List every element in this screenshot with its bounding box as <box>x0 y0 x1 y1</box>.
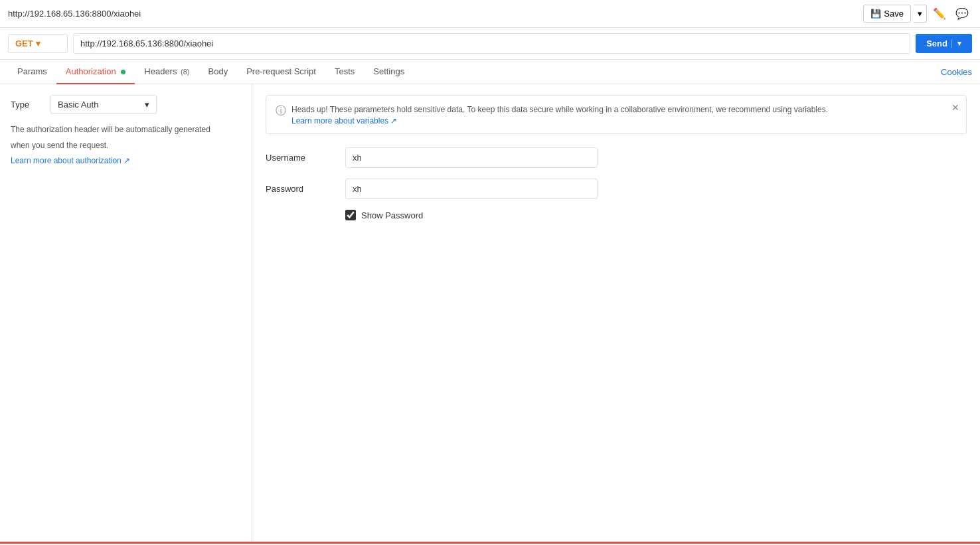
info-banner-text: Heads up! These parameters hold sensitiv… <box>291 105 828 114</box>
info-close-button[interactable]: ✕ <box>951 102 959 113</box>
username-label: Username <box>266 153 345 163</box>
url-bar: GET ▾ Send ▾ <box>0 28 980 60</box>
auth-description-line1: The authorization header will be automat… <box>11 123 241 135</box>
send-dropdown-icon: ▾ <box>951 39 961 48</box>
type-row: Type Basic Auth ▾ <box>11 95 241 114</box>
request-tabs: Params Authorization Headers (8) Body Pr… <box>0 60 980 84</box>
info-icon: ⓘ <box>276 104 286 118</box>
url-input[interactable] <box>73 33 910 54</box>
auth-type-select[interactable]: Basic Auth ▾ <box>50 95 157 114</box>
show-password-row: Show Password <box>345 210 967 220</box>
send-button[interactable]: Send ▾ <box>916 34 972 53</box>
top-bar-actions: 💾 Save ▾ ✏️ 💬 <box>863 4 972 23</box>
auth-description-line2: when you send the request. <box>11 139 241 151</box>
auth-active-dot <box>121 70 125 74</box>
auth-type-value: Basic Auth <box>58 100 98 110</box>
save-icon: 💾 <box>870 9 881 19</box>
username-input[interactable] <box>345 147 598 168</box>
tab-authorization[interactable]: Authorization <box>56 60 135 84</box>
tab-tests[interactable]: Tests <box>325 60 364 84</box>
top-bar: http://192.168.65.136:8800/xiaohei 💾 Sav… <box>0 0 980 28</box>
username-row: Username <box>266 147 967 168</box>
tab-settings[interactable]: Settings <box>364 60 414 84</box>
password-row: Password <box>266 179 967 199</box>
save-dropdown-button[interactable]: ▾ <box>914 5 927 23</box>
tab-headers[interactable]: Headers (8) <box>135 60 199 84</box>
password-input[interactable] <box>345 179 598 199</box>
auth-type-chevron: ▾ <box>145 100 149 110</box>
auth-left-panel: Type Basic Auth ▾ The authorization head… <box>0 84 252 542</box>
auth-right-panel: ⓘ Heads up! These parameters hold sensit… <box>252 84 980 542</box>
comment-icon-button[interactable]: 💬 <box>952 4 972 23</box>
show-password-label[interactable]: Show Password <box>361 210 423 220</box>
window-title: http://192.168.65.136:8800/xiaohei <box>8 9 141 19</box>
send-label: Send <box>926 39 947 48</box>
password-label: Password <box>266 184 345 194</box>
main-content: Type Basic Auth ▾ The authorization head… <box>0 84 980 542</box>
response-section: Body Cookies (4) Headers (15) Test Resul… <box>0 542 980 545</box>
method-dropdown-icon: ▾ <box>36 39 41 48</box>
cookies-link[interactable]: Cookies <box>941 67 972 77</box>
info-banner: ⓘ Heads up! These parameters hold sensit… <box>266 95 967 134</box>
info-banner-content: Heads up! These parameters hold sensitiv… <box>291 104 828 125</box>
save-button[interactable]: 💾 Save <box>863 5 911 23</box>
info-learn-link[interactable]: Learn more about variables ↗ <box>291 116 397 125</box>
auth-learn-link[interactable]: Learn more about authorization ↗ <box>11 156 130 165</box>
method-select[interactable]: GET ▾ <box>8 34 68 53</box>
tab-pre-request-script[interactable]: Pre-request Script <box>237 60 325 84</box>
method-label: GET <box>15 39 33 48</box>
tab-body[interactable]: Body <box>199 60 238 84</box>
show-password-checkbox[interactable] <box>345 210 356 220</box>
tab-params[interactable]: Params <box>8 60 56 84</box>
type-label: Type <box>11 100 50 110</box>
edit-icon-button[interactable]: ✏️ <box>930 4 949 23</box>
